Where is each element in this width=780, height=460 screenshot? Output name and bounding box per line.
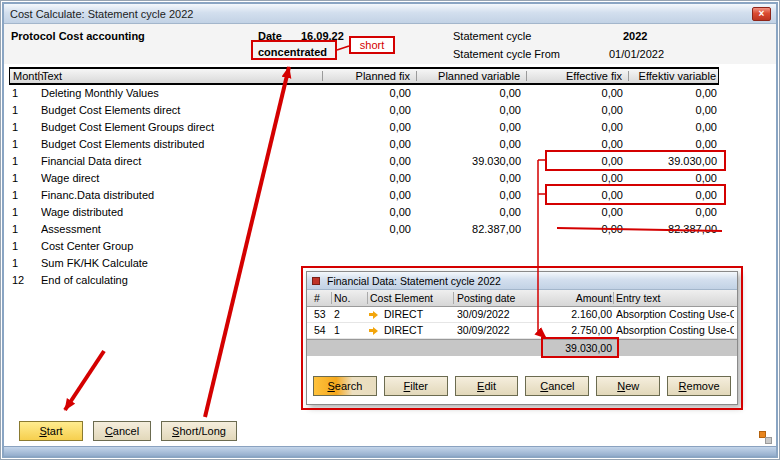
- table-row[interactable]: 1Wage distributed0,000,000,000,00: [9, 204, 719, 221]
- column-separator: [416, 71, 417, 81]
- cell-planned-fix: 0,00: [316, 102, 411, 119]
- sub-remove-button[interactable]: Remove: [667, 376, 731, 396]
- cell-text: Wage distributed: [41, 204, 321, 221]
- cell-planned-fix: 0,00: [316, 85, 411, 102]
- sub-filter-button[interactable]: Filter: [384, 376, 448, 396]
- mode-value: concentrated: [258, 45, 327, 59]
- protocol-table-header: Month Text Planned fix Planned variable …: [9, 67, 719, 85]
- sub-new-button[interactable]: New: [596, 376, 660, 396]
- cell-month: 1: [12, 187, 38, 204]
- resize-grip-icon[interactable]: [759, 431, 772, 444]
- subwindow-table-header: # No. Cost Element Posting date Amount E…: [307, 290, 737, 307]
- table-row[interactable]: 1Wage direct0,000,000,000,00: [9, 170, 719, 187]
- subwindow-title: Financial Data: Statement cycle 2022: [327, 275, 501, 287]
- cell-effektiv-variable: 82.387,00: [622, 221, 717, 238]
- cell-month: 1: [12, 170, 38, 187]
- cell-month: 1: [12, 204, 38, 221]
- direct-arrow-icon: [369, 307, 379, 323]
- cell-effective-fix: 0,00: [528, 204, 623, 221]
- cell-text: Sum FK/HK Calculate: [41, 255, 321, 272]
- cell-month: 1: [12, 102, 38, 119]
- app-window: Cost Calculate: Statement cycle 2022 × P…: [0, 0, 780, 460]
- cell-effektiv-variable: 0,00: [622, 170, 717, 187]
- subwindow-table-row[interactable]: 541DIRECT30/09/20222.750,00Absorption Co…: [307, 323, 737, 339]
- total-row: 39.030,00: [307, 339, 737, 356]
- table-row[interactable]: 1Financial Data direct0,0039.030,000,003…: [9, 153, 719, 170]
- sub-search-button[interactable]: Search: [313, 376, 377, 396]
- window-titlebar[interactable]: Cost Calculate: Statement cycle 2022 ×: [4, 4, 776, 24]
- cell-posting-date: 30/09/2022: [457, 307, 529, 323]
- cell-text: Budget Cost Elements direct: [41, 102, 321, 119]
- short-long-button[interactable]: Short/Long: [161, 421, 237, 441]
- cell-cost-element: DIRECT: [384, 323, 454, 339]
- sub-edit-button[interactable]: Edit: [455, 376, 519, 396]
- cell-number: 53: [314, 307, 332, 323]
- cell-month: 12: [12, 272, 38, 289]
- table-row[interactable]: 1Budget Cost Elements direct0,000,000,00…: [9, 102, 719, 119]
- subwindow-icon: [312, 277, 320, 285]
- cell-effektiv-variable: 39.030,00: [622, 153, 717, 170]
- cell-effektiv-variable: 0,00: [622, 119, 717, 136]
- table-row[interactable]: 1Assessment0,0082.387,000,0082.387,00: [9, 221, 719, 238]
- cell-effektiv-variable: 0,00: [622, 102, 717, 119]
- column-separator: [613, 292, 614, 304]
- annotation-arrow-to-start: [65, 351, 104, 410]
- cell-planned-variable: 0,00: [426, 187, 521, 204]
- col-header-planned-variable: Planned variable: [425, 69, 520, 83]
- cell-effektiv-variable: 0,00: [622, 187, 717, 204]
- cell-text: Budget Cost Elements distributed: [41, 136, 321, 153]
- table-row[interactable]: 1Financ.Data distributed0,000,000,000,00: [9, 187, 719, 204]
- subwindow-table-body: 532DIRECT30/09/20222.160,00Absorption Co…: [307, 307, 737, 339]
- resize-grip-square-gray: [765, 437, 772, 444]
- col-header-effektiv-variable: Effektiv variable: [621, 69, 716, 83]
- cell-text: Cost Center Group: [41, 238, 321, 255]
- cell-planned-fix: 0,00: [316, 119, 411, 136]
- cell-planned-variable: 0,00: [426, 102, 521, 119]
- table-row[interactable]: 1Cost Center Group: [9, 238, 719, 255]
- cell-no: 1: [334, 323, 364, 339]
- subwindow-table-row[interactable]: 532DIRECT30/09/20222.160,00Absorption Co…: [307, 307, 737, 323]
- protocol-table: Month Text Planned fix Planned variable …: [9, 67, 719, 289]
- subwindow-titlebar[interactable]: Financial Data: Statement cycle 2022: [307, 272, 737, 290]
- start-button[interactable]: Start: [19, 421, 83, 441]
- col-header-amount: Amount: [552, 291, 612, 306]
- cell-planned-variable: 0,00: [426, 119, 521, 136]
- cell-planned-fix: 0,00: [316, 170, 411, 187]
- window-bottom-bar: [4, 446, 776, 456]
- cell-text: Budget Cost Element Groups direct: [41, 119, 321, 136]
- cancel-button[interactable]: Cancel: [93, 421, 151, 441]
- cell-planned-variable: 39.030,00: [426, 153, 521, 170]
- sub-cancel-button[interactable]: Cancel: [525, 376, 589, 396]
- cell-planned-variable: [426, 238, 521, 255]
- table-row[interactable]: 1Budget Cost Element Groups direct0,000,…: [9, 119, 719, 136]
- cell-planned-fix: 0,00: [316, 153, 411, 170]
- cell-planned-fix: 0,00: [316, 187, 411, 204]
- cell-effective-fix: [528, 238, 623, 255]
- col-header-number: #: [314, 291, 320, 306]
- cell-effective-fix: [528, 255, 623, 272]
- cell-month: 1: [12, 85, 38, 102]
- column-separator: [628, 71, 629, 81]
- cell-cost-element: DIRECT: [384, 307, 454, 323]
- close-button[interactable]: ×: [752, 7, 771, 21]
- cell-planned-fix: 0,00: [316, 221, 411, 238]
- table-row[interactable]: 1Budget Cost Elements distributed0,000,0…: [9, 136, 719, 153]
- table-row[interactable]: 1Sum FK/HK Calculate: [9, 255, 719, 272]
- col-header-posting-date: Posting date: [457, 291, 515, 306]
- column-separator: [331, 292, 332, 304]
- cell-text: Assessment: [41, 221, 321, 238]
- cell-effective-fix: 0,00: [528, 153, 623, 170]
- table-row[interactable]: 1Deleting Monthly Values0,000,000,000,00: [9, 85, 719, 102]
- cell-planned-variable: 0,00: [426, 85, 521, 102]
- column-separator: [367, 292, 368, 304]
- cell-effective-fix: 0,00: [528, 119, 623, 136]
- statement-cycle-value: 2022: [623, 29, 647, 43]
- cell-planned-fix: 0,00: [316, 136, 411, 153]
- cell-month: 1: [12, 119, 38, 136]
- cell-month: 1: [12, 136, 38, 153]
- total-amount: 39.030,00: [527, 340, 612, 357]
- cell-effective-fix: 0,00: [528, 187, 623, 204]
- col-header-no: No.: [334, 291, 350, 306]
- cell-planned-fix: [316, 255, 411, 272]
- cell-effective-fix: 0,00: [528, 221, 623, 238]
